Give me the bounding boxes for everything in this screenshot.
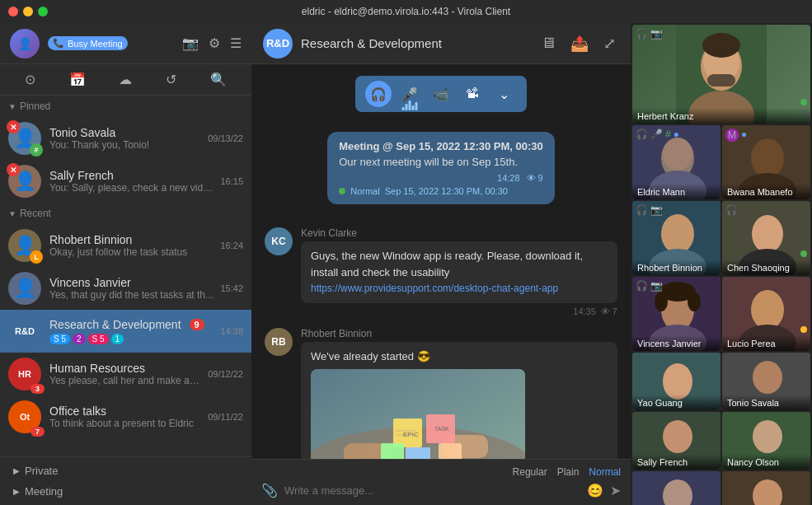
svg-point-39 xyxy=(751,290,784,330)
rhobert-vid-icons: 🎧 📷 xyxy=(636,204,663,216)
emoji-icon[interactable]: 😊 xyxy=(587,483,603,498)
maximize-button[interactable] xyxy=(38,7,48,16)
sidebar-header: 👤 📞 Busy Meeting 📷 ⚙ ☰ xyxy=(0,23,251,64)
contact-item-sally[interactable]: 👤 ✕ Sally French You: Sally, please, che… xyxy=(0,160,251,203)
sidebar-list: ▼ Pinned 👤 # ✕ Tonio Savala You: Thank y… xyxy=(0,96,251,456)
sub-badge-2: 2 xyxy=(73,334,86,344)
avatar-rnd: R&D xyxy=(8,315,41,348)
camera-icon[interactable]: 📷 xyxy=(182,35,199,51)
close-button[interactable] xyxy=(8,7,18,16)
chen-name: Chen Shaoqing xyxy=(722,260,810,275)
messages-area[interactable]: Meeting @ Sep 15, 2022 12:30 PM, 00:30 O… xyxy=(251,124,631,459)
user-avatar-face: 👤 xyxy=(18,37,32,50)
remove-badge-sally: ✕ xyxy=(7,163,20,176)
recent-section-header[interactable]: ▼ Recent xyxy=(0,203,251,224)
herbert-name: Herbert Kranz xyxy=(632,108,810,124)
format-plain[interactable]: Plain xyxy=(557,466,580,478)
sidebar-item-private[interactable]: ▶ Private xyxy=(8,461,243,481)
avatar-office: Ot 7 xyxy=(8,400,41,433)
search-icon[interactable]: 🔍 xyxy=(210,72,227,87)
expand-icon[interactable]: ⤢ xyxy=(600,31,619,56)
contact-item-rnd[interactable]: R&D Research & Development 9 S 5 2 S 5 1… xyxy=(0,310,251,353)
format-regular[interactable]: Regular xyxy=(513,466,547,478)
sidebar-bottom: ▶ Private ▶ Meeting xyxy=(0,456,251,505)
contact-time-vincens: 15:42 xyxy=(220,283,243,293)
recent-label: Recent xyxy=(20,208,51,219)
activity-icon[interactable]: ⊙ xyxy=(25,72,35,87)
bwana-name: Bwana Mbanefo xyxy=(722,184,810,199)
contact-info-sally: Sally French You: Sally, please, check a… xyxy=(49,169,217,194)
sidebar-item-meeting[interactable]: ▶ Meeting xyxy=(8,481,243,502)
contact-item-hr[interactable]: HR 3 Human Resources Yes please, call he… xyxy=(0,353,251,395)
menu-icon[interactable]: ☰ xyxy=(230,35,242,51)
headphones-btn[interactable]: 🎧 xyxy=(365,81,392,107)
contact-time-rnd: 14:38 xyxy=(220,326,243,336)
contact-preview-hr: Yes please, call her and make an ap ... xyxy=(49,375,204,386)
contact-item-office[interactable]: Ot 7 Office talks To think about a prese… xyxy=(0,395,251,438)
eldric-name: Eldric Mann xyxy=(632,184,720,199)
participant-tonio-vid: Tonio Savala xyxy=(722,353,810,410)
message-input[interactable] xyxy=(284,484,580,497)
input-format-bar: Regular Plain Normal xyxy=(261,466,621,478)
cloud-icon[interactable]: ☁ xyxy=(119,72,132,87)
user-status-badge: 📞 Busy Meeting xyxy=(48,36,128,50)
more-btn[interactable]: ⌄ xyxy=(490,81,517,107)
chat-header-actions: 🖥 📤 ⤢ xyxy=(537,31,619,56)
meeting-status-date: Sep 15, 2022 12:30 PM, 00:30 xyxy=(385,186,508,196)
participant-grid: 🎧 📷 Herbert Kranz 🎧 xyxy=(631,23,812,505)
camera-btn[interactable]: 📹 xyxy=(428,81,454,107)
contact-item-tonio[interactable]: 👤 # ✕ Tonio Savala You: Thank you, Tonio… xyxy=(0,117,251,160)
chat-header-name: Research & Development xyxy=(301,36,442,50)
eldric-headphone-icon: 🎧 xyxy=(636,129,648,140)
settings-icon[interactable]: ⚙ xyxy=(209,35,220,51)
video-btn[interactable]: 📽 xyxy=(459,81,486,107)
screen-share-icon[interactable]: 📤 xyxy=(567,31,592,56)
contact-info-vincens: Vincens Janvier Yes, that guy did the te… xyxy=(49,276,217,301)
contact-time-sally: 16:15 xyxy=(220,176,243,186)
mic-btn[interactable]: 🎤 xyxy=(397,81,423,107)
eldric-mic-icon: 🎤 xyxy=(650,129,663,140)
svg-point-21 xyxy=(663,138,692,171)
format-normal[interactable]: Normal xyxy=(589,466,621,478)
contact-preview-office: To think about a present to Eldric xyxy=(49,418,204,429)
contact-preview-vincens: Yes, that guy did the test tasks at th..… xyxy=(49,289,217,301)
attachment-icon[interactable]: 📎 xyxy=(261,483,278,498)
yao-name: Yao Guang xyxy=(632,395,720,410)
contact-name-sally: Sally French xyxy=(49,169,217,182)
sidebar-toolbar: ⊙ 📅 ☁ ↺ 🔍 xyxy=(0,64,251,96)
tonio-vid-name: Tonio Savala xyxy=(722,395,810,410)
vincens-camera-icon: 📷 xyxy=(650,280,663,292)
svg-point-17 xyxy=(702,33,740,58)
meeting-body: Our next meeting will be on Sep 15th. xyxy=(339,156,543,168)
contact-name-office: Office talks xyxy=(49,404,204,418)
contact-name-tonio: Tonio Savala xyxy=(49,126,204,139)
chat-header: R&D Research & Development 🖥 📤 ⤢ xyxy=(251,23,631,64)
chat-area: R&D Research & Development 🖥 📤 ⤢ 🎧 🎤 xyxy=(251,23,631,505)
message-kevin: KC Kevin Clarke Guys, the new Window app… xyxy=(265,227,617,316)
participant-peter: Peter Evans xyxy=(722,471,810,505)
badge-tonio: # xyxy=(30,143,43,157)
user-avatar: 👤 xyxy=(10,29,40,58)
pinned-label: Pinned xyxy=(20,101,50,112)
meeting-label: Meeting xyxy=(25,485,63,498)
contact-item-vincens[interactable]: 👤 Vincens Janvier Yes, that guy did the … xyxy=(0,267,251,310)
title-bar: eldric - eldric@demo.virola.io:443 - Vir… xyxy=(0,0,812,23)
kevin-link[interactable]: https://www.providesupport.com/desktop-c… xyxy=(311,283,558,294)
recent-arrow-icon: ▼ xyxy=(8,209,16,218)
contact-time-hr: 09/12/22 xyxy=(208,369,243,379)
avatar-hr: HR 3 xyxy=(8,358,41,390)
right-panel: 🎧 📷 Herbert Kranz 🎧 xyxy=(631,23,812,505)
contact-item-rhobert[interactable]: 👤 L Rhobert Binnion Okay, just follow th… xyxy=(0,224,251,267)
send-icon[interactable]: ➤ xyxy=(610,483,621,498)
minimize-button[interactable] xyxy=(23,7,33,16)
chen-icons: 🎧 xyxy=(725,204,738,216)
monitor-icon[interactable]: 🖥 xyxy=(537,31,559,55)
svg-point-30 xyxy=(752,215,783,253)
history-icon[interactable]: ↺ xyxy=(166,72,176,87)
pinned-section-header[interactable]: ▼ Pinned xyxy=(0,96,251,117)
avatar-sally: 👤 ✕ xyxy=(8,165,41,198)
svg-point-24 xyxy=(751,138,784,178)
calendar-icon[interactable]: 📅 xyxy=(69,72,86,87)
participant-eldric: 🎧 🎤 # ● Eldric Mann xyxy=(632,125,720,199)
pinned-arrow-icon: ▼ xyxy=(8,102,16,111)
